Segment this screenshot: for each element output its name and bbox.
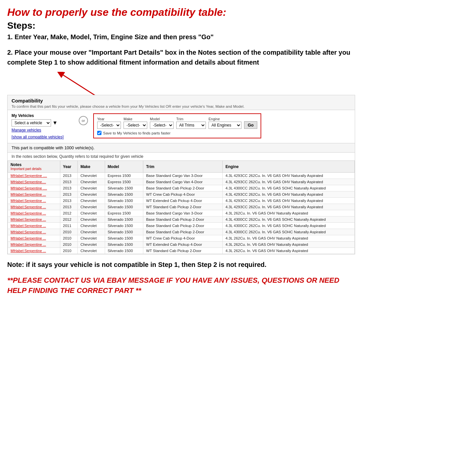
notes-link[interactable]: Mfrlabel:Serpentine ... <box>11 192 53 196</box>
cell-notes[interactable]: Mfrlabel:Serpentine ... <box>8 191 60 198</box>
compat-title: Compatibility <box>12 98 351 103</box>
cell-make: Chevrolet <box>78 229 105 235</box>
cell-engine: 4.3L 262Cu. In. V6 GAS OHV Naturally Asp… <box>223 235 355 242</box>
model-label: Model <box>150 117 174 121</box>
compat-body: My Vehicles Select a vehicle ▼ Manage ve… <box>8 110 355 143</box>
cell-trim: WT Standard Cab Pickup 2-Door <box>143 204 223 210</box>
cell-notes[interactable]: Mfrlabel:Serpentine .... <box>8 173 60 179</box>
manage-vehicles-link[interactable]: Manage vehicles <box>12 128 68 132</box>
cell-year: 2013 <box>60 191 78 198</box>
cell-engine: 4.3L 4300CC 262Cu. In. V6 GAS SOHC Natur… <box>223 216 355 223</box>
cell-engine: 4.3L 4293CC 262Cu. In. V6 GAS OHV Natura… <box>223 198 355 204</box>
make-select[interactable]: -Select- <box>124 122 147 129</box>
cell-make: Chevrolet <box>78 248 105 254</box>
year-select[interactable]: -Select- <box>97 122 121 129</box>
model-select[interactable]: -Select- <box>150 122 174 129</box>
step-2-text: 2. Place your mouse over "Important Part… <box>7 47 355 67</box>
cell-model: Silverado 1500 <box>105 248 143 254</box>
th-model: Model <box>105 161 143 173</box>
notes-link[interactable]: Mfrlabel:Serpentine ... <box>11 224 53 228</box>
table-row: Mfrlabel:Serpentine ...2011ChevroletSilv… <box>8 223 355 229</box>
cell-year: 2010 <box>60 235 78 242</box>
cell-notes[interactable]: Mfrlabel:Serpentine.... <box>8 179 60 185</box>
compatibility-section: Compatibility To confirm that this part … <box>7 95 355 254</box>
cell-notes[interactable]: Mfrlabel:Serpentine ... <box>8 210 60 216</box>
cell-notes[interactable]: Mfrlabel:Serpentine ... <box>8 229 60 235</box>
main-title: How to properly use the compatibility ta… <box>7 6 355 18</box>
cell-notes[interactable]: Mfrlabel:Serpentine ... <box>8 248 60 254</box>
or-divider: or <box>79 116 88 125</box>
notes-link[interactable]: Mfrlabel:Serpentine ... <box>11 199 53 203</box>
table-row: Mfrlabel:Serpentine ...2010ChevroletSilv… <box>8 235 355 242</box>
cell-notes[interactable]: Mfrlabel:Serpentine ... <box>8 198 60 204</box>
engine-select[interactable]: All Engines <box>209 122 241 129</box>
cell-year: 2012 <box>60 210 78 216</box>
notes-link[interactable]: Mfrlabel:Serpentine ... <box>11 243 53 246</box>
cell-engine: 4.3L 4293CC 262Cu. In. V6 GAS OHV Natura… <box>223 204 355 210</box>
th-engine: Engine <box>223 161 355 173</box>
notes-link[interactable]: Mfrlabel:Serpentine ... <box>11 205 53 209</box>
cell-notes[interactable]: Mfrlabel:Serpentine .... <box>8 185 60 191</box>
cell-engine: 4.3L 4300CC 262Cu. In. V6 GAS SOHC Natur… <box>223 229 355 235</box>
cell-engine: 4.3L 4293CC 262Cu. In. V6 GAS OHV Natura… <box>223 173 355 179</box>
table-row: Mfrlabel:Serpentine ...2013ChevroletSilv… <box>8 204 355 210</box>
cell-engine: 4.3L 4300CC 262Cu. In. V6 GAS SOHC Natur… <box>223 223 355 229</box>
th-year: Year <box>60 161 78 173</box>
cell-model: Silverado 1500 <box>105 229 143 235</box>
my-vehicles-label: My Vehicles <box>12 113 68 118</box>
notes-link[interactable]: Mfrlabel:Serpentine ... <box>11 230 53 234</box>
cell-make: Chevrolet <box>78 185 105 191</box>
th-trim: Trim <box>143 161 223 173</box>
cell-notes[interactable]: Mfrlabel:Serpentine ... <box>8 223 60 229</box>
my-vehicles-section: My Vehicles Select a vehicle ▼ Manage ve… <box>12 113 68 140</box>
cell-year: 2013 <box>60 179 78 185</box>
notes-link[interactable]: Mfrlabel:Serpentine ... <box>11 236 53 240</box>
cell-model: Express 1500 <box>105 179 143 185</box>
notes-link[interactable]: Mfrlabel:Serpentine .... <box>11 186 53 190</box>
cell-model: Silverado 1500 <box>105 216 143 223</box>
cell-model: Silverado 1500 <box>105 185 143 191</box>
th-notes: Notes Important part details <box>8 161 60 173</box>
compat-subtitle: To confirm that this part fits your vehi… <box>12 104 351 108</box>
go-button[interactable]: Go <box>244 121 257 129</box>
notes-link[interactable]: Mfrlabel:Serpentine ... <box>11 217 53 221</box>
compat-table-body: Mfrlabel:Serpentine ....2013ChevroletExp… <box>8 173 355 254</box>
notes-link[interactable]: Mfrlabel:Serpentine .... <box>11 174 53 178</box>
dropdown-icon: ▼ <box>52 120 58 126</box>
cell-make: Chevrolet <box>78 179 105 185</box>
cell-model: Silverado 1500 <box>105 198 143 204</box>
cell-make: Chevrolet <box>78 173 105 179</box>
compatibility-table: Notes Important part details Year Make M… <box>8 160 355 254</box>
engine-field: Engine All Engines <box>209 117 241 129</box>
model-field: Model -Select- <box>150 117 174 129</box>
trim-label: Trim <box>176 117 206 121</box>
save-row: Save to My Vehicles to finds parts faste… <box>97 131 257 135</box>
cell-model: Silverado 1500 <box>105 242 143 248</box>
trim-select[interactable]: All Trims <box>176 122 206 129</box>
cell-notes[interactable]: Mfrlabel:Serpentine ... <box>8 242 60 248</box>
cell-engine: 4.3L 262Cu. In. V6 GAS OHV Naturally Asp… <box>223 242 355 248</box>
cell-notes[interactable]: Mfrlabel:Serpentine ... <box>8 235 60 242</box>
cell-model: Express 1500 <box>105 173 143 179</box>
notes-link[interactable]: Mfrlabel:Serpentine ... <box>11 249 53 253</box>
notes-link[interactable]: Mfrlabel:Serpentine.... <box>11 180 53 184</box>
cell-trim: WT Crew Cab Pickup 4-Door <box>143 235 223 242</box>
table-row: Mfrlabel:Serpentine ...2010ChevroletSilv… <box>8 242 355 248</box>
notes-link[interactable]: Mfrlabel:Serpentine ... <box>11 211 53 215</box>
year-label: Year <box>97 117 121 121</box>
save-checkbox[interactable] <box>97 131 101 135</box>
note-text: Note: if it says your vehicle is not com… <box>7 260 355 270</box>
cell-trim: Base Standard Cab Pickup 2-Door <box>143 229 223 235</box>
cell-notes[interactable]: Mfrlabel:Serpentine ... <box>8 204 60 210</box>
cell-trim: Base Standard Cargo Van 3-Door <box>143 210 223 216</box>
show-all-link[interactable]: [show all compatible vehicles] <box>12 135 64 139</box>
vehicle-select[interactable]: Select a vehicle <box>12 119 51 127</box>
cell-trim: Base Standard Cargo Van 4-Door <box>143 179 223 185</box>
year-field: Year -Select- <box>97 117 121 129</box>
cell-trim: Base Standard Cab Pickup 2-Door <box>143 185 223 191</box>
cell-engine: 4.3L 262Cu. In. V6 GAS OHV Naturally Asp… <box>223 210 355 216</box>
cell-make: Chevrolet <box>78 242 105 248</box>
th-make: Make <box>78 161 105 173</box>
cell-year: 2013 <box>60 198 78 204</box>
cell-notes[interactable]: Mfrlabel:Serpentine ... <box>8 216 60 223</box>
